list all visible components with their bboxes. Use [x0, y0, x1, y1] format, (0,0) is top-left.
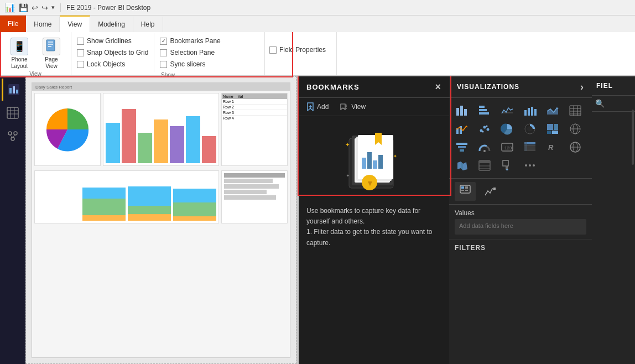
svg-rect-35: [456, 108, 459, 116]
svg-point-91: [529, 164, 531, 167]
svg-text:✦: ✦: [345, 142, 350, 148]
svg-rect-45: [534, 109, 537, 116]
checkbox-bookmarks-pane[interactable]: ✓: [160, 38, 167, 45]
viz-icon-matrix[interactable]: [521, 139, 539, 155]
sidebar-item-report[interactable]: [2, 79, 24, 101]
svg-rect-5: [9, 88, 12, 93]
checkbox-show-gridlines[interactable]: [77, 38, 84, 45]
svg-rect-36: [460, 106, 463, 116]
field-properties-checkbox[interactable]: Field Properties: [269, 44, 326, 55]
svg-point-57: [487, 128, 490, 131]
svg-point-59: [486, 126, 488, 127]
svg-point-13: [8, 132, 12, 135]
phone-layout-icon: 📱: [11, 38, 28, 55]
viz-icon-map[interactable]: [566, 121, 585, 137]
viz-icon-funnel[interactable]: [452, 139, 471, 155]
checkbox-lock-objects[interactable]: [77, 61, 84, 68]
tab-home[interactable]: Home: [26, 17, 60, 32]
viz-format-icon[interactable]: [455, 182, 476, 201]
fields-search-icon[interactable]: 🔍: [595, 99, 605, 108]
viz-icon-combo-chart[interactable]: [452, 121, 471, 137]
bookmarks-add-label: Add: [317, 103, 329, 111]
svg-text:123: 123: [504, 145, 512, 150]
viz-icon-treemap[interactable]: [543, 121, 562, 137]
sidebar-item-model[interactable]: [2, 125, 24, 147]
redo-icon[interactable]: ↪: [41, 3, 48, 12]
viz-icon-area-chart[interactable]: [543, 102, 562, 119]
svg-line-17: [13, 135, 15, 137]
viz-icon-column-chart[interactable]: [521, 102, 539, 119]
tab-file[interactable]: File: [0, 15, 26, 32]
page-view-icon: [43, 38, 60, 55]
bookmarks-add-button[interactable]: Add: [306, 102, 329, 111]
snap-objects-checkbox[interactable]: Snap Objects to Grid: [77, 47, 148, 58]
dropdown-icon[interactable]: ▾: [51, 4, 55, 11]
undo-icon[interactable]: ↩: [32, 3, 38, 12]
viz-icon-card[interactable]: 123: [498, 139, 517, 155]
svg-rect-72: [460, 149, 464, 152]
viz-icon-globe[interactable]: [566, 139, 585, 155]
svg-rect-66: [552, 131, 558, 134]
viz-title: VISUALIZATIONS: [457, 83, 519, 91]
viz-icon-pie-chart[interactable]: [498, 121, 517, 137]
svg-point-73: [483, 150, 486, 152]
viz-icon-scatter[interactable]: [475, 121, 494, 137]
svg-point-14: [14, 132, 17, 135]
viz-icon-bar-chart[interactable]: [475, 102, 494, 119]
bookmarks-description: Use bookmarks to capture key data for yo…: [306, 206, 441, 248]
checkbox-field-properties[interactable]: [269, 46, 277, 54]
sidebar-item-data[interactable]: [2, 102, 24, 124]
svg-rect-8: [7, 107, 18, 118]
show-section: Show Gridlines Snap Objects to Grid Lock…: [71, 32, 265, 75]
viz-icon-gauge[interactable]: [475, 139, 494, 155]
lock-objects-checkbox[interactable]: Lock Objects: [77, 59, 148, 70]
separator: [60, 3, 61, 12]
svg-rect-7: [16, 90, 18, 93]
main-area: Daily Sales Report: [0, 76, 635, 364]
viz-icon-table2[interactable]: [475, 157, 494, 174]
viz-icon-donut[interactable]: [521, 121, 539, 137]
checkbox-sync-slicers[interactable]: [160, 61, 167, 68]
tab-modeling[interactable]: Modeling: [90, 17, 133, 32]
viz-header: VISUALIZATIONS ›: [449, 76, 592, 98]
page-view-button[interactable]: PageView: [37, 37, 66, 71]
bookmarks-view-button[interactable]: View: [340, 102, 366, 111]
viz-icon-more[interactable]: [521, 157, 539, 174]
svg-rect-28: [373, 160, 377, 169]
svg-rect-38: [479, 109, 487, 111]
bookmarks-close-button[interactable]: ×: [435, 82, 441, 92]
viz-icon-r-script[interactable]: R: [543, 139, 562, 155]
viz-expand-button[interactable]: ›: [580, 82, 584, 92]
svg-rect-6: [13, 86, 15, 93]
svg-rect-41: [502, 112, 513, 113]
viz-icon-stacked-bar[interactable]: [452, 102, 471, 119]
viz-values-drop-zone[interactable]: Add data fields here: [455, 219, 586, 235]
viz-icon-table[interactable]: [566, 102, 585, 119]
checkbox-selection-pane[interactable]: [160, 49, 167, 56]
viz-icon-paint[interactable]: [498, 157, 517, 174]
bookmarks-illustration: ✦ ✦ ✦ ▼: [335, 127, 413, 199]
tab-view[interactable]: View: [60, 15, 90, 32]
svg-rect-94: [461, 186, 464, 189]
bookmarks-header: BOOKMARKS ×: [299, 76, 449, 98]
bookmarks-pane-checkbox[interactable]: ✓ Bookmarks Pane: [160, 35, 220, 46]
svg-point-92: [533, 164, 535, 167]
tab-help[interactable]: Help: [133, 17, 163, 32]
phone-layout-button[interactable]: 📱 PhoneLayout: [4, 37, 34, 71]
bookmark-add-icon: [306, 102, 314, 111]
fields-search-row: 🔍: [592, 96, 635, 112]
sync-slicers-checkbox[interactable]: Sync slicers: [160, 59, 220, 70]
viz-analytics-icon[interactable]: [479, 182, 500, 201]
show-gridlines-checkbox[interactable]: Show Gridlines: [77, 35, 148, 46]
viz-format-row: [449, 179, 592, 205]
svg-text:▼: ▼: [366, 179, 374, 188]
bookmarks-view-label: View: [351, 103, 366, 111]
save-icon[interactable]: 💾: [19, 3, 28, 12]
bookmarks-title: BOOKMARKS: [306, 83, 360, 91]
viz-icon-line-chart[interactable]: [498, 102, 517, 119]
checkbox-snap-objects[interactable]: [77, 49, 84, 56]
show-section-label: Show: [71, 72, 264, 79]
fields-panel: FIEL 🔍: [592, 76, 635, 364]
selection-pane-checkbox[interactable]: Selection Pane: [160, 47, 220, 58]
viz-icon-filled-map[interactable]: [452, 157, 471, 174]
